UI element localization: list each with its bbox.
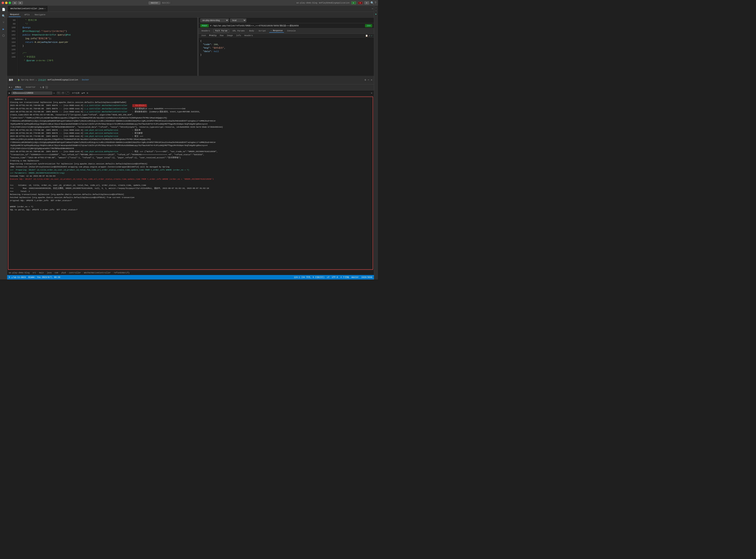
branch-label: master xyxy=(148,1,160,4)
filter-icon: ▶ xyxy=(9,92,10,94)
fmt-raw[interactable]: Raw xyxy=(219,34,224,37)
breadcrumb-part-6[interactable]: controller xyxy=(69,272,81,274)
http-url-text[interactable]: /api/wx-pay/native/refunds/ORDE▪▪▪_▪▪▪07… xyxy=(212,24,364,27)
sidebar-run-icon[interactable]: ▶ xyxy=(1,26,6,32)
tab-assertor[interactable]: Assertor xyxy=(24,86,37,89)
breadcrumb-bar: wx-play-demo-blog › src › main › java › … xyxy=(7,270,374,275)
log-line-payment-id: 2023-08-07T01:04:03.750+08:00 INFO 80670… xyxy=(10,107,371,110)
console-refresh-icon[interactable]: ↻ xyxy=(40,86,41,89)
local-selector[interactable]: local xyxy=(230,18,246,22)
log-line-cipher-val: YbDMtuvjFRhtyVLom2mB+Dp45BEdzzppuNsLlI0g… xyxy=(10,138,371,141)
breadcrumb-part-4[interactable]: com xyxy=(54,272,58,274)
tab-path-param[interactable]: Path Param xyxy=(213,29,229,33)
stop-button[interactable]: ■ xyxy=(358,1,363,4)
console-filter-input[interactable] xyxy=(12,91,52,94)
log-area[interactable]: Updates: 1 Closing non transactional Sql… xyxy=(8,96,373,270)
top-bar: ◀ ▶ master Git(G): wx-play-demo-blog WxP… xyxy=(0,0,378,6)
filter-bar: ▶ ✕ Cc W .* 8个结果 ▲ ▼ ⚙ xyxy=(7,90,374,96)
resp-line-3: "msg": "操作成功", xyxy=(200,46,372,50)
close-button[interactable] xyxy=(2,2,4,4)
fmt-headers[interactable]: Headers xyxy=(244,34,254,37)
fmt-pretty[interactable]: Pretty xyxy=(208,34,217,37)
sidebar-search-icon[interactable]: 🔍 xyxy=(1,13,6,19)
app-name-service-label[interactable]: WxPlayDemoBlogApplication xyxy=(48,79,78,81)
expand-icon[interactable]: ⤢ xyxy=(369,35,370,37)
filter-regex-btn[interactable]: .* xyxy=(65,92,69,94)
spring-boot-label[interactable]: Spring Boot xyxy=(21,79,35,81)
services-title: 服务 xyxy=(9,79,13,82)
console-stop-icon[interactable]: ⬛ xyxy=(45,86,48,89)
tab-response[interactable]: → Response xyxy=(269,29,284,33)
app-name-label: wx-play-demo-blog xyxy=(296,2,317,4)
console-clear-icon[interactable]: 🗑 xyxy=(42,86,45,89)
code-line-108: * @param orderNo 订单号 xyxy=(20,59,195,63)
tab-navigate[interactable]: Navigate xyxy=(33,13,47,17)
tab-script[interactable]: Script xyxy=(257,29,267,32)
filter-settings-icon[interactable]: ⚙ xyxy=(87,92,88,94)
breadcrumb-part-0[interactable]: wx-play-demo-blog xyxy=(9,272,29,274)
tab-url-params[interactable]: URL Params xyxy=(231,29,246,32)
breadcrumb-part-8[interactable]: refundsNotify xyxy=(114,272,130,274)
check-icon[interactable]: ✓ xyxy=(371,35,372,37)
breadcrumb-part-7[interactable]: WechatNativeController xyxy=(84,272,111,274)
docker-label[interactable]: Docker xyxy=(82,79,89,81)
breadcrumb-sep-6: › xyxy=(82,272,83,274)
filter-word-btn[interactable]: W xyxy=(62,92,65,94)
log-line-jdbc-conn: JDBC Connection [HikariProxyConnection@1… xyxy=(10,165,371,169)
run-button[interactable]: ▶ xyxy=(351,1,356,4)
tab-menu-icon[interactable]: ⋯ xyxy=(372,7,373,10)
right-icon-2[interactable]: ↑ xyxy=(375,10,376,12)
status-bar: 8 △/up-to-date Blame: You 2023/8/7, 00:3… xyxy=(7,275,374,280)
sidebar-file-icon[interactable]: 📄 xyxy=(1,6,6,12)
method-dropdown-icon[interactable]: ▼ xyxy=(210,25,211,27)
maximize-button[interactable] xyxy=(8,2,11,4)
tab-request[interactable]: Request xyxy=(9,13,21,17)
status-position: 1926/3048 xyxy=(361,276,372,278)
nav-up-icon[interactable]: ▲ xyxy=(82,92,83,94)
file-tab-close-icon[interactable]: ✕ xyxy=(44,7,45,10)
filter-cc-btn[interactable]: Cc xyxy=(57,92,61,94)
console-up-icon[interactable]: ▲ xyxy=(9,86,10,89)
console-close-icon[interactable]: ✕ xyxy=(11,86,13,89)
help-icon[interactable]: ? xyxy=(375,1,376,4)
tab-console-main[interactable]: 控制台 xyxy=(14,85,23,89)
minimize-button[interactable] xyxy=(5,2,7,4)
tab-body[interactable]: Body xyxy=(248,29,255,32)
file-tab-controller[interactable]: WechatNativeController.java ✕ xyxy=(8,6,48,12)
filter-clear-icon[interactable]: ✕ xyxy=(53,92,55,94)
env-selector[interactable]: wx-play-demo-blog xyxy=(200,18,229,22)
log-line-cipher4: /llkjF5KFslUtArCZjB0rQ2Zg8QcwcwkRx77MXfB… xyxy=(10,126,371,129)
breadcrumb-part-2[interactable]: main xyxy=(39,272,44,274)
close-log-icon[interactable]: ✕ xyxy=(371,92,372,94)
log-line-consume: Consume Time: 12 ms 2023-08-07 01:04:03 xyxy=(10,175,371,178)
services-settings-icon[interactable]: ⚙ xyxy=(365,79,366,82)
services-more-icon[interactable]: ⋯ xyxy=(368,79,369,82)
fmt-info[interactable]: Info xyxy=(235,34,242,37)
breadcrumb-sep-0: › xyxy=(30,272,32,274)
services-close-icon[interactable]: ✕ xyxy=(371,79,372,82)
file-tab-bar: WechatNativeController.java ✕ ⋯ xyxy=(7,6,374,12)
nav-forward-button[interactable]: ▶ xyxy=(18,1,23,4)
nav-back-button[interactable]: ◀ xyxy=(12,1,17,4)
fmt-json[interactable]: Json xyxy=(200,34,207,37)
breadcrumb-part-1[interactable]: src xyxy=(32,272,36,274)
breadcrumb-part-3[interactable]: java xyxy=(47,272,52,274)
sidebar-git-icon[interactable]: ⑂ xyxy=(1,20,6,25)
right-icon-3[interactable]: ▶ xyxy=(375,13,376,15)
editor-top-section: 98 99 100 101 102 103 104 105 106 10 xyxy=(7,18,374,76)
breadcrumb-part-5[interactable]: yby6 xyxy=(61,272,66,274)
fmt-image[interactable]: Image xyxy=(226,34,234,37)
breadcrumb-sep-2: › xyxy=(45,272,46,274)
nav-down-icon[interactable]: ▼ xyxy=(83,92,85,94)
search-icon[interactable]: 🔍 xyxy=(370,1,374,5)
settings-button[interactable]: ⚙ xyxy=(364,1,369,4)
tab-headers[interactable]: Headers xyxy=(200,29,211,32)
tab-console[interactable]: Console xyxy=(286,29,297,32)
sidebar-plugin-icon[interactable]: ⬡ xyxy=(1,33,6,38)
copy-icon[interactable]: 📋 xyxy=(365,35,368,37)
code-line-99: */ xyxy=(20,22,195,26)
traffic-lights xyxy=(2,2,11,4)
right-icon-1[interactable]: ☆ xyxy=(375,6,376,9)
tab-apis[interactable]: APIs xyxy=(23,13,31,17)
breadcrumb-sep-1: › xyxy=(37,272,38,274)
